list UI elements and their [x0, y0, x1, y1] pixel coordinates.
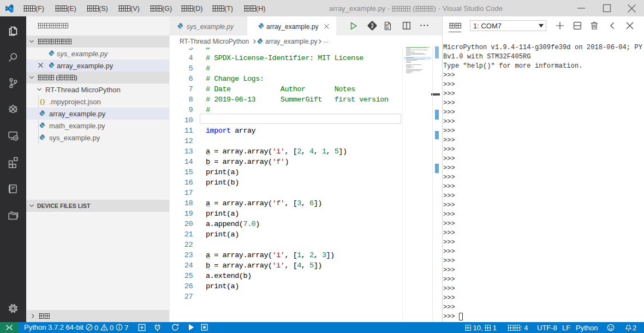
- svg-text:10: 10: [386, 27, 389, 29]
